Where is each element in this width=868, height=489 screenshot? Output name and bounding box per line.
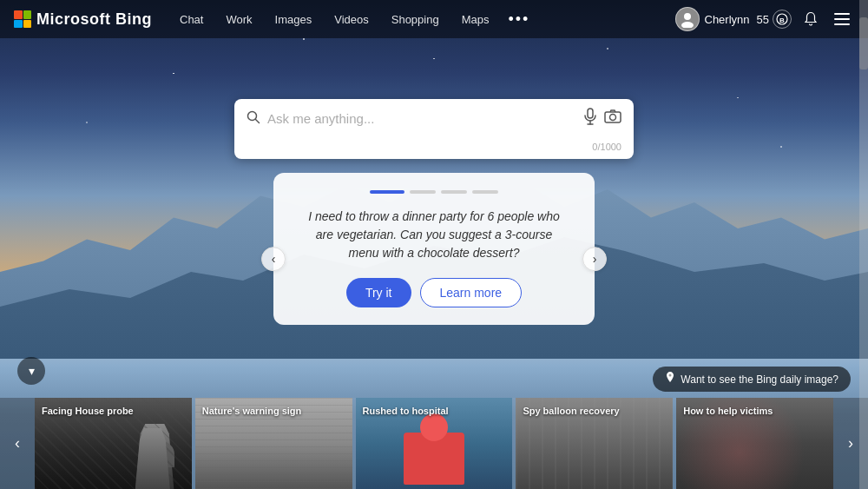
nav-chat[interactable]: Chat	[169, 8, 214, 31]
news-card-title-5: How to help victims	[683, 405, 826, 417]
nav-maps[interactable]: Maps	[451, 8, 500, 31]
news-card-3[interactable]: Rushed to hospital	[356, 398, 513, 489]
carousel-next-button[interactable]: ›	[582, 247, 607, 271]
chevron-right-icon: ›	[848, 434, 853, 453]
microsoft-logo	[14, 10, 31, 28]
nav-shopping[interactable]: Shopping	[381, 8, 450, 31]
microphone-icon[interactable]	[583, 108, 597, 129]
nav-images[interactable]: Images	[265, 8, 323, 31]
location-pin-icon	[665, 372, 675, 387]
carousel-dot-3[interactable]	[441, 190, 467, 194]
page-scrollbar[interactable]	[859, 0, 868, 489]
news-card-title-2: Nature's warning sign	[202, 405, 345, 417]
carousel-suggestion-text: I need to throw a dinner party for 6 peo…	[308, 208, 560, 262]
bottom-area: ▾ Want to see the Bing daily image? ‹ Fa…	[0, 398, 868, 489]
svg-point-14	[669, 374, 672, 377]
bing-logo[interactable]: Microsoft Bing	[14, 10, 152, 29]
nav-links: Chat Work Images Videos Shopping Maps ••…	[169, 7, 536, 32]
camera-search-icon[interactable]	[604, 109, 621, 128]
avatar	[675, 7, 700, 31]
news-card-title-3: Rushed to hospital	[363, 405, 506, 417]
carousel-prev-button[interactable]: ‹	[261, 247, 286, 271]
navbar: Microsoft Bing Chat Work Images Videos S…	[0, 0, 868, 38]
notifications-bell[interactable]	[799, 7, 823, 31]
learn-more-button[interactable]: Learn more	[420, 278, 523, 307]
search-icon	[247, 110, 260, 128]
user-name: Cherlynn	[705, 13, 750, 26]
news-prev-button[interactable]: ‹	[0, 398, 35, 489]
nav-right-section: Cherlynn 55 B	[675, 7, 855, 31]
points-value: 55	[757, 13, 769, 26]
collapse-button[interactable]: ▾	[17, 357, 45, 385]
carousel-dot-2[interactable]	[410, 190, 436, 194]
logo-text: Microsoft Bing	[36, 10, 152, 29]
points-display[interactable]: 55 B	[757, 10, 792, 29]
news-card-1[interactable]: Facing House probe	[35, 398, 192, 489]
chevron-left-icon: ‹	[15, 434, 20, 453]
svg-point-0	[684, 13, 691, 20]
chevron-down-icon: ▾	[29, 364, 35, 378]
points-icon: B	[773, 10, 792, 29]
svg-point-13	[610, 115, 616, 121]
scrollbar-thumb	[859, 17, 868, 69]
news-card-5[interactable]: How to help victims	[676, 398, 833, 489]
daily-image-notice[interactable]: Want to see the Bing daily image?	[653, 367, 851, 392]
main-content: 0/1000 I need to throw a dinner party fo…	[0, 38, 868, 325]
svg-point-1	[681, 22, 694, 28]
suggestion-carousel: I need to throw a dinner party for 6 peo…	[273, 173, 595, 325]
user-profile[interactable]: Cherlynn	[675, 7, 750, 31]
char-counter: 0/1000	[592, 142, 621, 152]
svg-rect-4	[834, 13, 850, 15]
svg-rect-9	[588, 109, 593, 118]
svg-rect-5	[834, 18, 850, 20]
try-it-button[interactable]: Try it	[346, 278, 411, 307]
carousel-actions: Try it Learn more	[308, 278, 560, 307]
news-card-title-4: Spy balloon recovery	[523, 405, 666, 417]
hamburger-menu[interactable]	[830, 7, 854, 31]
carousel-dot-1[interactable]	[370, 190, 404, 194]
nav-work[interactable]: Work	[215, 8, 262, 31]
news-card-2[interactable]: Nature's warning sign	[195, 398, 352, 489]
search-input[interactable]	[267, 111, 576, 126]
news-strip: ‹ Facing House probe Nature's warning si…	[0, 398, 868, 489]
search-input-row	[234, 99, 634, 138]
svg-line-8	[256, 119, 260, 122]
nav-more-button[interactable]: •••	[501, 7, 536, 32]
news-cards: Facing House probe Nature's warning sign…	[35, 398, 833, 489]
carousel-dots	[308, 190, 560, 194]
svg-rect-6	[834, 23, 850, 25]
search-footer: 0/1000	[234, 138, 634, 159]
search-container: 0/1000	[234, 99, 634, 159]
daily-image-text: Want to see the Bing daily image?	[681, 373, 838, 386]
news-card-title-1: Facing House probe	[42, 405, 185, 417]
nav-videos[interactable]: Videos	[324, 8, 379, 31]
news-card-4[interactable]: Spy balloon recovery	[516, 398, 673, 489]
svg-text:B: B	[779, 17, 785, 24]
carousel-dot-4[interactable]	[472, 190, 498, 194]
